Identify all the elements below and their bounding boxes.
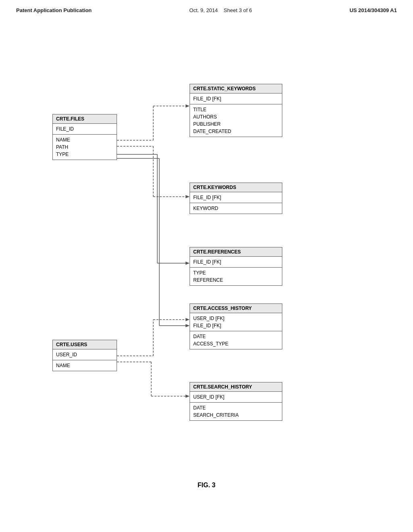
- crte-static-keywords-publisher: PUBLISHER: [193, 121, 279, 128]
- header-date: Oct. 9, 2014: [189, 7, 218, 13]
- svg-marker-3: [186, 104, 190, 108]
- crte-users-field-name: NAME: [56, 362, 113, 369]
- crte-static-keywords-title: TITLE: [193, 106, 279, 113]
- crte-access-history-file-id: FILE_ID [FK]: [193, 322, 279, 329]
- crte-static-keywords-fields: TITLE AUTHORS PUBLISHER DATE_CREATED: [190, 104, 282, 137]
- crte-search-history-criteria: SEARCH_CRITERIA: [193, 411, 279, 419]
- crte-files-fields: NAME PATH TYPE: [53, 135, 117, 160]
- table-crte-static-keywords: CRTE.STATIC_KEYWORDS FILE_ID [FK] TITLE …: [190, 84, 282, 137]
- crte-keywords-fields: KEYWORD: [190, 203, 282, 214]
- svg-marker-15: [186, 324, 190, 327]
- crte-keywords-keyword: KEYWORD: [193, 205, 279, 212]
- crte-references-header: CRTE.REFERENCES: [190, 247, 282, 257]
- crte-search-history-header: CRTE.SEARCH_HISTORY: [190, 382, 282, 392]
- crte-users-header: CRTE.USERS: [53, 340, 117, 349]
- crte-static-keywords-authors: AUTHORS: [193, 113, 279, 121]
- header-sheet: Sheet 3 of 6: [224, 7, 252, 13]
- crte-access-history-pk: USER_ID [FK] FILE_ID [FK]: [190, 313, 282, 331]
- header-right: US 2014/304309 A1: [350, 7, 397, 13]
- header-left: Patent Application Publication: [16, 7, 92, 13]
- crte-references-pk: FILE_ID [FK]: [190, 257, 282, 268]
- crte-static-keywords-date-created: DATE_CREATED: [193, 128, 279, 135]
- crte-references-file-id: FILE_ID [FK]: [193, 258, 279, 266]
- diagram-area: CRTE.FILES FILE_ID NAME PATH TYPE CRTE.U…: [0, 21, 413, 497]
- crte-users-fields: NAME: [53, 360, 117, 371]
- crte-keywords-file-id: FILE_ID [FK]: [193, 194, 279, 201]
- table-crte-files: CRTE.FILES FILE_ID NAME PATH TYPE: [52, 114, 117, 160]
- table-crte-search-history: CRTE.SEARCH_HISTORY USER_ID [FK] DATE SE…: [190, 382, 282, 421]
- table-crte-users: CRTE.USERS USER_ID NAME: [52, 340, 117, 371]
- crte-search-history-user-id: USER_ID [FK]: [193, 393, 279, 401]
- table-crte-references: CRTE.REFERENCES FILE_ID [FK] TYPE REFERE…: [190, 247, 282, 286]
- crte-references-fields: TYPE REFERENCE: [190, 268, 282, 285]
- crte-access-history-user-id: USER_ID [FK]: [193, 315, 279, 322]
- svg-marker-19: [186, 318, 190, 321]
- table-crte-keywords: CRTE.KEYWORDS FILE_ID [FK] KEYWORD: [190, 183, 282, 214]
- crte-files-pk: FILE_ID: [53, 124, 117, 135]
- svg-marker-23: [186, 395, 190, 398]
- crte-files-field-path: PATH: [56, 143, 113, 151]
- svg-marker-7: [186, 195, 190, 198]
- crte-static-keywords-header: CRTE.STATIC_KEYWORDS: [190, 84, 282, 94]
- crte-references-type: TYPE: [193, 269, 279, 276]
- crte-keywords-header: CRTE.KEYWORDS: [190, 183, 282, 192]
- crte-files-field-name: NAME: [56, 136, 113, 143]
- crte-access-history-date: DATE: [193, 333, 279, 340]
- crte-search-history-fields: DATE SEARCH_CRITERIA: [190, 403, 282, 420]
- figure-label: FIG. 3: [198, 482, 215, 489]
- crte-access-history-header: CRTE.ACCESS_HISTORY: [190, 304, 282, 313]
- crte-access-history-fields: DATE ACCESS_TYPE: [190, 331, 282, 349]
- page-header: Patent Application Publication Oct. 9, 2…: [0, 0, 413, 17]
- table-crte-access-history: CRTE.ACCESS_HISTORY USER_ID [FK] FILE_ID…: [190, 303, 282, 349]
- crte-search-history-pk: USER_ID [FK]: [190, 392, 282, 403]
- crte-users-pk: USER_ID: [53, 349, 117, 360]
- crte-keywords-pk: FILE_ID [FK]: [190, 192, 282, 203]
- crte-access-history-access-type: ACCESS_TYPE: [193, 340, 279, 347]
- crte-files-field-file-id: FILE_ID: [56, 125, 113, 133]
- crte-static-keywords-pk: FILE_ID [FK]: [190, 94, 282, 104]
- crte-files-header: CRTE.FILES: [53, 114, 117, 124]
- crte-search-history-date: DATE: [193, 404, 279, 411]
- svg-marker-11: [186, 262, 190, 265]
- crte-static-keywords-file-id: FILE_ID [FK]: [193, 95, 279, 102]
- crte-files-field-type: TYPE: [56, 151, 113, 158]
- header-center: Oct. 9, 2014 Sheet 3 of 6: [189, 7, 252, 13]
- crte-users-field-user-id: USER_ID: [56, 351, 113, 358]
- crte-references-reference: REFERENCE: [193, 276, 279, 284]
